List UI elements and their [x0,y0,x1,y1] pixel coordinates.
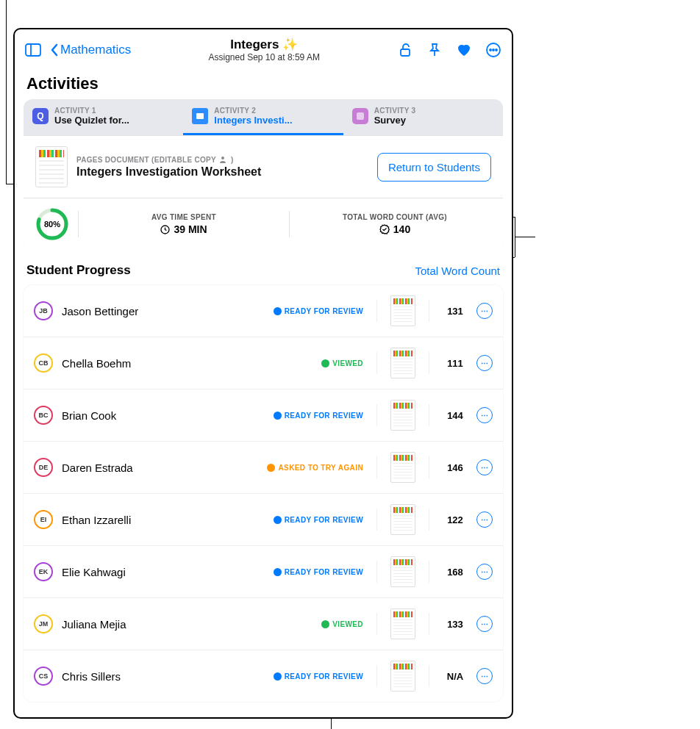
tab-activity-2[interactable]: ACTIVITY 2 Integers Investi... [183,99,343,135]
row-more-button[interactable]: ⋯ [476,459,493,475]
submission-thumbnail[interactable] [390,504,415,535]
svg-point-10 [221,157,224,159]
callout-line [6,0,7,184]
submission-thumbnail[interactable] [390,608,415,639]
svg-rect-9 [357,112,364,120]
status-badge: READY FOR REVIEW [274,412,363,420]
pin-icon[interactable] [426,42,443,58]
status-badge: READY FOR REVIEW [274,672,363,680]
separator [429,561,429,583]
row-more-button[interactable]: ⋯ [476,303,493,319]
paren-close: ) [231,156,234,164]
student-row[interactable]: BCBrian CookREADY FOR REVIEW144⋯ [24,389,503,441]
activity-tabs-card: Q ACTIVITY 1 Use Quizlet for... ACTIVITY… [24,99,503,250]
status-badge: READY FOR REVIEW [274,568,363,576]
status-text: READY FOR REVIEW [285,672,363,680]
word-count: N/A [443,671,468,682]
person-share-icon [219,156,228,163]
student-row[interactable]: EKElie KahwagiREADY FOR REVIEW168⋯ [24,545,503,597]
completion-percent: 80% [35,207,69,241]
separator [429,300,429,322]
more-menu-icon[interactable] [485,42,501,58]
student-row[interactable]: CBChella BoehmVIEWED111⋯ [24,337,503,389]
status-dot-icon [274,412,282,420]
student-name: Chris Sillers [62,670,265,683]
separator [429,352,429,374]
student-avatar: BC [34,406,53,425]
student-avatar: CS [34,667,53,686]
page-title: Integers ✨ [138,37,390,52]
separator [429,613,429,635]
student-progress-header: Student Progress Total Word Count [15,250,512,285]
document-thumbnail[interactable] [35,146,68,187]
total-word-count-link[interactable]: Total Word Count [415,265,500,277]
document-title: Integers Investigation Worksheet [76,165,368,179]
return-to-students-button[interactable]: Return to Students [377,153,491,182]
student-avatar: EK [34,562,53,581]
separator [429,509,429,531]
row-more-button[interactable]: ⋯ [476,668,493,684]
sidebar-toggle-icon[interactable] [25,42,41,58]
heart-icon[interactable] [456,42,472,58]
student-avatar: DE [34,458,53,477]
word-count: 133 [443,619,468,630]
chevron-left-icon [50,43,59,57]
status-dot-icon [274,516,282,524]
separator [376,300,377,322]
page-subtitle: Assigned Sep 10 at 8:59 AM [138,52,390,62]
student-row[interactable]: EIEthan IzzarelliREADY FOR REVIEW122⋯ [24,493,503,545]
tab-label: Integers Investi... [214,115,292,126]
word-count: 168 [443,567,468,578]
separator [78,211,79,237]
status-badge: READY FOR REVIEW [274,307,363,315]
submission-thumbnail[interactable] [390,348,415,378]
row-more-button[interactable]: ⋯ [476,511,493,528]
separator [429,665,429,687]
status-text: READY FOR REVIEW [285,568,363,576]
separator [376,613,377,635]
separator [429,456,429,478]
tab-activity-3[interactable]: ACTIVITY 3 Survey [343,99,503,135]
lock-open-icon[interactable] [397,42,413,58]
submission-thumbnail[interactable] [390,295,415,326]
submission-thumbnail[interactable] [390,452,415,483]
submission-thumbnail[interactable] [390,556,415,587]
tab-eyebrow: ACTIVITY 1 [54,107,129,115]
svg-point-6 [493,49,494,51]
student-name: Ethan Izzarelli [62,514,265,526]
tab-activity-1[interactable]: Q ACTIVITY 1 Use Quizlet for... [24,99,183,135]
row-more-button[interactable]: ⋯ [476,407,493,423]
student-name: Daren Estrada [62,462,258,474]
student-name: Elie Kahwagi [62,566,265,578]
status-dot-icon [321,620,329,628]
word-count-label: TOTAL WORD COUNT (AVG) [299,213,491,221]
tab-eyebrow: ACTIVITY 3 [374,107,416,115]
status-text: READY FOR REVIEW [285,516,363,524]
student-row[interactable]: DEDaren EstradaASKED TO TRY AGAIN146⋯ [24,441,503,493]
student-name: Brian Cook [62,409,265,422]
student-row[interactable]: CSChris SillersREADY FOR REVIEWN/A⋯ [24,650,503,702]
back-button[interactable]: Mathematics [50,43,131,57]
row-more-button[interactable]: ⋯ [476,564,493,580]
student-avatar: JM [34,614,53,633]
badge-icon [379,224,390,234]
separator [289,211,290,237]
tab-label: Use Quizlet for... [54,115,129,126]
navbar: Mathematics Integers ✨ Assigned Sep 10 a… [15,29,512,67]
back-label: Mathematics [60,43,131,57]
student-name: Juliana Mejia [62,618,312,631]
word-count: 122 [443,514,468,525]
status-text: VIEWED [332,359,363,367]
status-dot-icon [267,464,275,472]
row-more-button[interactable]: ⋯ [476,355,493,371]
avg-time-label: AVG TIME SPENT [88,213,280,221]
student-row[interactable]: JBJason BettingerREADY FOR REVIEW131⋯ [24,285,503,337]
status-badge: ASKED TO TRY AGAIN [267,464,363,472]
row-more-button[interactable]: ⋯ [476,616,493,632]
submission-thumbnail[interactable] [390,400,415,431]
student-row[interactable]: JMJuliana MejiaVIEWED133⋯ [24,597,503,650]
word-count: 131 [443,306,468,317]
tab-eyebrow: ACTIVITY 2 [214,107,292,115]
submission-thumbnail[interactable] [390,661,415,692]
separator [376,509,377,531]
